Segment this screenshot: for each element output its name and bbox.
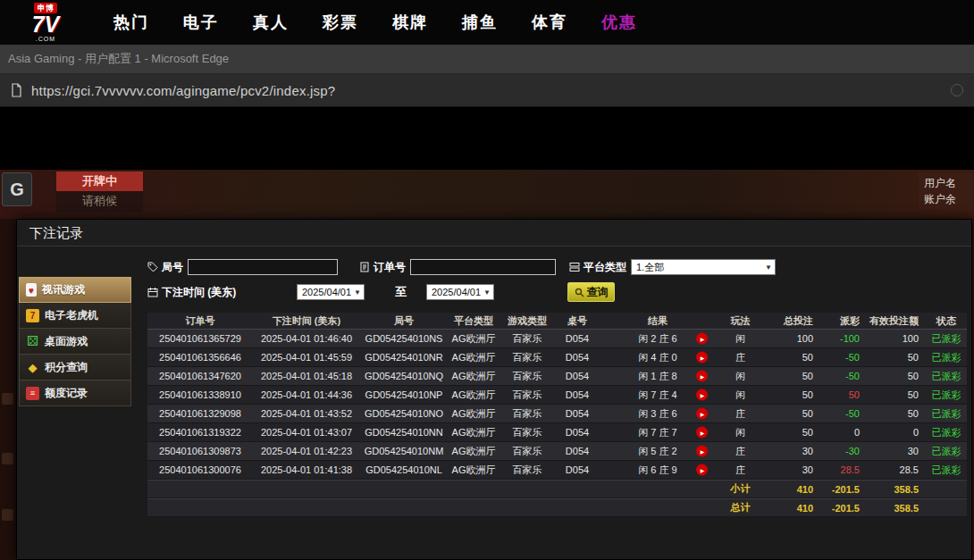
cell-valid_bet: 50 [867, 389, 926, 400]
result-text: 闲 5 庄 2 [638, 446, 676, 456]
filter-row-1: 局号 订单号 [147, 257, 967, 277]
order-label-text: 订单号 [374, 260, 406, 275]
cell-table_no: D054 [555, 371, 600, 381]
sidebar-item-2[interactable]: 7电子老虎机 [19, 303, 131, 329]
nav-item-7[interactable]: 体育 [515, 0, 584, 45]
platform-select[interactable]: 1.全部 ▼ [631, 259, 776, 275]
cell-valid_bet: 50 [867, 352, 926, 363]
nav-item-5[interactable]: 棋牌 [375, 0, 445, 45]
search-button[interactable]: 查询 [567, 282, 615, 302]
table-row: 2504010613193222025-04-01 01:43:07GD0542… [147, 423, 967, 442]
video-replay-icon[interactable]: ▶ [696, 371, 708, 382]
cell-payout: 28.5 [820, 464, 867, 475]
date-to-value: 2025/04/01 [432, 287, 481, 297]
sidebar-item-4[interactable]: ◆积分查询 [19, 355, 131, 380]
grand-total-row: 总计410-201.5358.5 [147, 498, 967, 517]
url-text[interactable]: https://gci.7vvvvvv.com/agingame/pcv2/in… [31, 83, 951, 98]
round-input[interactable] [188, 259, 338, 275]
cell-play: 闲 [716, 332, 765, 346]
cell-order_id: 250401061347620 [147, 371, 253, 381]
video-replay-icon[interactable]: ▶ [696, 389, 708, 401]
column-header-play: 玩法 [716, 314, 765, 328]
cell-platform: AG欧洲厅 [448, 464, 500, 477]
top-nav-items: 热门电子真人彩票棋牌捕鱼体育优惠 [97, 0, 654, 45]
cell-table_no: D054 [555, 333, 600, 344]
cell-order_id: 250401061319322 [147, 427, 253, 438]
cell-valid_bet: 0 [867, 427, 926, 438]
sidebar-item-5[interactable]: ≡额度记录 [19, 380, 131, 406]
column-header-status: 状态 [926, 314, 967, 328]
cell-payout: -50 [820, 352, 867, 363]
cell-payout: -50 [820, 408, 867, 419]
column-header-total_bet: 总投注 [765, 314, 820, 328]
cell-platform: AG欧洲厅 [448, 332, 500, 346]
cell-bet_time: 2025-04-01 01:44:36 [253, 389, 360, 400]
cell-order_id: 250401061365729 [147, 333, 253, 344]
result-text: 闲 4 庄 0 [638, 352, 676, 363]
site-logo[interactable]: 申博 7V .COM [18, 3, 73, 42]
game-background: G 开牌中 请稍候 用户名 账户余 下注记录 ♥视讯游戏7电子老虎机⚄桌面游戏◆… [0, 170, 974, 560]
cell-status: 已派彩 [926, 370, 967, 383]
video-replay-icon[interactable]: ▶ [696, 446, 708, 457]
video-replay-icon[interactable]: ▶ [696, 408, 708, 420]
sidebar-item-3[interactable]: ⚄桌面游戏 [19, 329, 131, 355]
cell-bet_time: 2025-04-01 01:45:59 [253, 352, 360, 363]
table-row: 2504010613098732025-04-01 01:42:23GD0542… [147, 442, 967, 461]
cell-total_bet: 50 [765, 427, 820, 438]
cell-play: 闲 [716, 426, 765, 439]
sidebar-item-label: 积分查询 [45, 360, 88, 375]
cell-status: 已派彩 [926, 351, 967, 364]
table-row: 2504010613566462025-04-01 01:45:59GD0542… [147, 348, 967, 367]
nav-item-8[interactable]: 优惠 [584, 0, 654, 45]
cell-play: 庄 [716, 445, 765, 458]
nav-item-4[interactable]: 彩票 [306, 0, 375, 45]
dealing-badge: 开牌中 [56, 171, 143, 191]
nav-item-2[interactable]: 电子 [166, 0, 236, 45]
cell-total_bet: 50 [765, 371, 820, 381]
summary-label: 小计 [716, 482, 765, 496]
cell-valid_bet: 28.5 [867, 464, 926, 475]
cell-payout: -100 [820, 333, 867, 344]
balance-label: 账户余 [924, 191, 974, 207]
cell-game: 百家乐 [500, 351, 555, 364]
cell-valid_bet: 50 [867, 408, 926, 419]
cell-bet_time: 2025-04-01 01:41:38 [253, 464, 360, 475]
bet-time-label-text: 下注时间 (美东) [162, 285, 236, 300]
order-input[interactable] [410, 259, 556, 275]
cell-payout: 0 [820, 427, 867, 438]
ag-logo: G [2, 172, 32, 206]
subtotal-row: 小计410-201.5358.5 [147, 480, 967, 498]
video-replay-icon[interactable]: ▶ [696, 333, 708, 345]
nav-item-3[interactable]: 真人 [236, 0, 306, 45]
window-title-bar: Asia Gaming - 用户配置 1 - Microsoft Edge [0, 45, 974, 74]
sidebar-item-label: 桌面游戏 [45, 334, 88, 349]
sidebar-item-1[interactable]: ♥视讯游戏 [19, 277, 131, 303]
date-to-select[interactable]: 2025/04/01 ▼ [426, 284, 494, 300]
video-replay-icon[interactable]: ▶ [696, 464, 708, 476]
dialog-main: 局号 订单号 [131, 247, 972, 558]
video-replay-icon[interactable]: ▶ [696, 427, 708, 439]
platform-icon [569, 262, 580, 272]
platform-label-text: 平台类型 [584, 260, 626, 275]
cell-bet_time: 2025-04-01 01:42:23 [253, 446, 360, 456]
ledger-icon: ≡ [26, 387, 39, 400]
dice-icon: ⚄ [26, 335, 39, 348]
cell-game: 百家乐 [500, 407, 555, 421]
result-text: 闲 3 庄 6 [638, 408, 676, 419]
browser-action-icon[interactable] [951, 84, 963, 96]
cell-table_no: D054 [555, 408, 600, 419]
sidebar-item-label: 视讯游戏 [42, 282, 85, 297]
logo-sub-text: .COM [36, 36, 55, 42]
video-replay-icon[interactable]: ▶ [696, 352, 708, 364]
cell-result: 闲 2 庄 6▶ [600, 332, 716, 346]
cell-status: 已派彩 [926, 407, 967, 421]
cell-order_id: 250401061309873 [147, 446, 253, 456]
lobby-band: G 开牌中 请稍候 用户名 账户余 [0, 170, 974, 219]
nav-item-6[interactable]: 捕鱼 [445, 0, 515, 45]
top-nav: 申博 7V .COM 热门电子真人彩票棋牌捕鱼体育优惠 [0, 0, 974, 45]
date-from-select[interactable]: 2025/04/01 ▼ [297, 284, 365, 300]
nav-item-1[interactable]: 热门 [97, 0, 166, 45]
cell-platform: AG欧洲厅 [448, 426, 500, 439]
cell-order_id: 250401061356646 [147, 352, 253, 363]
cell-result: 闲 6 庄 9▶ [600, 464, 716, 477]
